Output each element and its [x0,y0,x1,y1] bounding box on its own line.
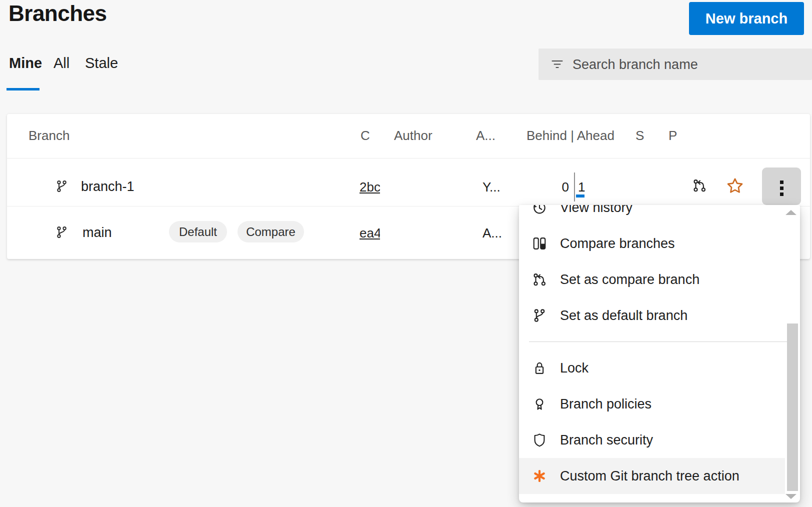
menu-item-compare-branches[interactable]: Compare branches [519,226,785,262]
column-header-commit: C [360,128,370,144]
new-branch-button[interactable]: New branch [689,2,804,35]
author-cell: Y... [482,180,500,195]
commit-link[interactable]: 2bc [360,180,380,195]
menu-item-label: Custom Git branch tree action [560,468,740,484]
ahead-count: 1 [578,180,585,195]
scroll-down-arrow[interactable] [786,494,796,499]
compare-badge: Compare [238,221,304,242]
dot [780,186,784,190]
branches-page: Branches New branch Mine All Stale Branc… [0,0,812,507]
menu-item-label: Compare branches [560,236,675,252]
menu-item-custom-git-branch-tree-action[interactable]: Custom Git branch tree action [519,458,785,494]
menu-item-label: Branch policies [560,396,652,412]
menu-item-label: View history [560,205,632,216]
menu-item-set-compare-branch[interactable]: Set as compare branch [519,262,785,298]
menu-item-label: Branch security [560,432,653,448]
tab-stale[interactable]: Stale [85,55,118,72]
commit-link[interactable]: ea4 [360,226,380,241]
column-header-branch: Branch [28,128,70,144]
column-header-author: Author [394,128,432,144]
menu-divider [529,342,790,342]
menu-item-set-default-branch[interactable]: Set as default branch [519,298,785,334]
menu-item-view-history[interactable]: View history [519,205,785,226]
set-compare-branch-icon [532,272,547,287]
lock-icon [532,360,547,376]
git-branch-icon [532,308,547,323]
history-icon [532,205,547,215]
dot [780,192,784,196]
branch-search-box [538,48,812,80]
author-cell: A... [482,226,502,241]
column-header-status: S [636,128,644,144]
favorite-star-icon[interactable] [726,177,744,195]
column-header-behind-ahead: Behind | Ahead [526,128,614,144]
behind-ahead-divider [574,172,575,202]
asterisk-icon [532,468,547,484]
branch-name-link[interactable]: main [82,225,112,240]
menu-item-label: Lock [560,360,588,376]
menu-item-lock[interactable]: Lock [519,350,785,386]
search-input[interactable] [572,48,804,81]
menu-scrollbar-thumb[interactable] [787,324,798,491]
page-title: Branches [8,1,107,26]
git-branch-icon [55,180,68,193]
compare-branches-icon [532,236,547,251]
scroll-up-arrow[interactable] [786,210,796,215]
branch-name-link[interactable]: branch-1 [81,179,134,194]
menu-item-branch-security[interactable]: Branch security [519,422,785,458]
ahead-bar [576,194,584,198]
menu-item-label: Set as compare branch [560,272,700,288]
header-divider [7,158,810,158]
default-badge: Default [169,221,227,242]
more-options-button[interactable] [762,168,801,205]
menu-item-branch-policies[interactable]: Branch policies [519,386,785,422]
behind-count: 0 [561,180,569,195]
column-header-authored-date: A... [476,128,496,144]
git-branch-icon [55,226,68,239]
active-tab-indicator [6,88,40,90]
menu-item-label: Set as default branch [560,308,688,324]
set-compare-branch-action[interactable] [692,178,707,193]
context-menu-list: View history Compare branches Set as com… [519,205,800,494]
branch-context-menu: View history Compare branches Set as com… [519,205,800,502]
tab-all[interactable]: All [54,55,70,72]
filter-icon [550,58,564,71]
column-header-pull-request: P [668,128,677,144]
tab-mine[interactable]: Mine [9,55,42,72]
dot [780,180,784,184]
shield-icon [532,432,547,448]
policies-ribbon-icon [532,396,547,412]
